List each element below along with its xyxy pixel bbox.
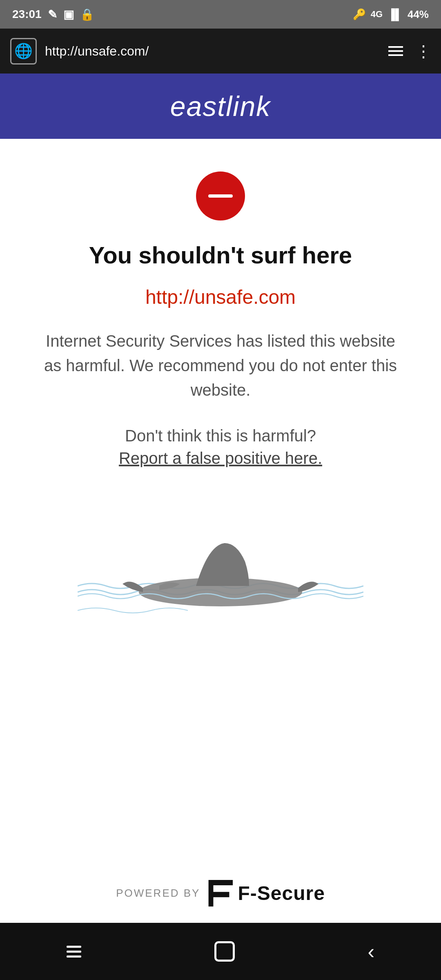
- browser-actions: ⋮: [388, 42, 431, 60]
- recent-apps-button[interactable]: [67, 946, 81, 958]
- battery-text: 44%: [408, 8, 429, 21]
- shark-illustration: [24, 517, 416, 631]
- unsafe-url[interactable]: http://unsafe.com: [145, 286, 296, 308]
- eastlink-logo-text: eastlink: [170, 91, 271, 122]
- eastlink-header: eastlink: [0, 74, 441, 139]
- status-time: 23:01: [12, 8, 42, 21]
- back-icon: ‹: [368, 940, 374, 963]
- status-bar: 23:01 ✎ ▣ 🔒 🔑 4G ▐▌ 44%: [0, 0, 441, 29]
- report-false-positive-link[interactable]: Report a false positive here.: [119, 449, 322, 468]
- powered-by-section: POWERED BY F-Secure: [116, 880, 325, 906]
- bottom-nav: ‹: [0, 923, 441, 980]
- false-positive-section: Don't think this is harmful? Report a fa…: [119, 427, 322, 468]
- home-icon: [214, 941, 235, 962]
- eastlink-logo: eastlink: [170, 90, 271, 122]
- fsecure-name: F-Secure: [238, 882, 325, 904]
- edit-icon: ✎: [48, 8, 57, 21]
- warning-icon-container: [196, 172, 245, 220]
- signal-icon: ▐▌: [388, 8, 403, 21]
- more-options-icon[interactable]: ⋮: [415, 42, 431, 60]
- reader-mode-icon[interactable]: [388, 46, 403, 56]
- back-button[interactable]: ‹: [368, 940, 374, 963]
- home-button[interactable]: [214, 941, 235, 962]
- shark-svg: [78, 521, 363, 627]
- warning-minus: [208, 194, 233, 198]
- dont-think-harmful-text: Don't think this is harmful?: [119, 427, 322, 445]
- browser-bar: 🌐 http://unsafe.com/ ⋮: [0, 29, 441, 74]
- warning-circle: [196, 172, 245, 220]
- status-bar-left: 23:01 ✎ ▣ 🔒: [12, 8, 94, 21]
- network-4g-icon: 4G: [371, 9, 383, 20]
- warning-title: You shouldn't surf here: [89, 241, 352, 270]
- fsecure-f-icon: [208, 880, 233, 906]
- globe-icon: 🌐: [10, 38, 37, 65]
- key-icon: 🔑: [353, 8, 366, 21]
- fsecure-logo: F-Secure: [208, 880, 325, 906]
- browser-url-display[interactable]: http://unsafe.com/: [45, 44, 380, 59]
- powered-by-text: POWERED BY: [116, 887, 200, 900]
- recent-apps-icon: [67, 946, 81, 958]
- warning-description: Internet Security Services has listed th…: [37, 329, 404, 402]
- lock-icon: 🔒: [80, 8, 94, 21]
- main-content: You shouldn't surf here http://unsafe.co…: [0, 139, 441, 833]
- sim-icon: ▣: [63, 8, 74, 21]
- status-bar-right: 🔑 4G ▐▌ 44%: [353, 8, 429, 21]
